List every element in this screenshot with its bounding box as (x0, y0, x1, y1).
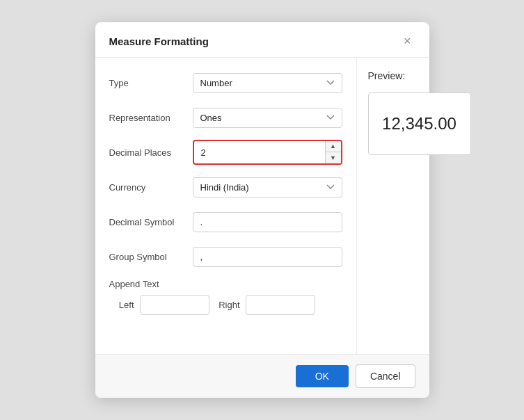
currency-control: Hindi (India) US Dollar Euro British Pou… (193, 177, 342, 197)
type-label: Type (109, 78, 193, 88)
append-text-label: Append Text (109, 279, 342, 289)
ok-button[interactable]: OK (296, 365, 349, 387)
form-section: Type Number Percentage Currency Represen… (95, 58, 357, 354)
decimal-symbol-label: Decimal Symbol (109, 217, 193, 227)
dialog-title: Measure Formatting (109, 35, 209, 47)
append-text-section: Append Text Left Right (109, 279, 342, 315)
decimal-places-label: Decimal Places (109, 147, 193, 158)
type-row: Type Number Percentage Currency (109, 70, 342, 95)
decimal-places-control: ▲ ▼ (193, 140, 342, 165)
append-row: Left Right (109, 295, 342, 315)
representation-select[interactable]: Ones Thousands Millions Billions (193, 108, 342, 128)
group-symbol-input[interactable] (193, 247, 342, 267)
decimal-symbol-row: Decimal Symbol (109, 209, 342, 234)
preview-box: 12,345.00 (368, 92, 471, 155)
representation-label: Representation (109, 113, 193, 123)
representation-control: Ones Thousands Millions Billions (193, 108, 342, 128)
type-select[interactable]: Number Percentage Currency (193, 73, 342, 93)
preview-label: Preview: (368, 70, 406, 81)
dialog-body: Type Number Percentage Currency Represen… (95, 58, 429, 354)
append-right-input[interactable] (246, 295, 315, 315)
preview-value: 12,345.00 (382, 114, 456, 134)
representation-row: Representation Ones Thousands Millions B… (109, 105, 342, 130)
left-label: Left (109, 300, 134, 310)
currency-select[interactable]: Hindi (India) US Dollar Euro British Pou… (193, 177, 342, 197)
spinner-up-button[interactable]: ▲ (326, 141, 341, 152)
right-label: Right (215, 300, 240, 310)
decimal-symbol-control (193, 212, 342, 232)
append-left-input[interactable] (140, 295, 209, 315)
dialog-footer: OK Cancel (95, 354, 429, 398)
cancel-button[interactable]: Cancel (356, 364, 415, 388)
group-symbol-row: Group Symbol (109, 244, 342, 269)
currency-label: Currency (109, 182, 193, 193)
decimal-symbol-input[interactable] (193, 212, 342, 232)
decimal-places-input[interactable] (194, 143, 325, 162)
decimal-places-row: Decimal Places ▲ ▼ (109, 140, 342, 165)
group-symbol-label: Group Symbol (109, 252, 193, 262)
group-symbol-control (193, 247, 342, 267)
currency-row: Currency Hindi (India) US Dollar Euro Br… (109, 175, 342, 200)
close-button[interactable]: × (399, 33, 415, 49)
type-control: Number Percentage Currency (193, 73, 342, 93)
decimal-places-spinner: ▲ ▼ (193, 140, 342, 165)
preview-section: Preview: 12,345.00 (357, 58, 482, 354)
spinner-buttons: ▲ ▼ (325, 141, 341, 163)
measure-formatting-dialog: Measure Formatting × Type Number Percent… (95, 22, 429, 398)
spinner-down-button[interactable]: ▼ (326, 152, 341, 163)
dialog-header: Measure Formatting × (95, 22, 429, 58)
